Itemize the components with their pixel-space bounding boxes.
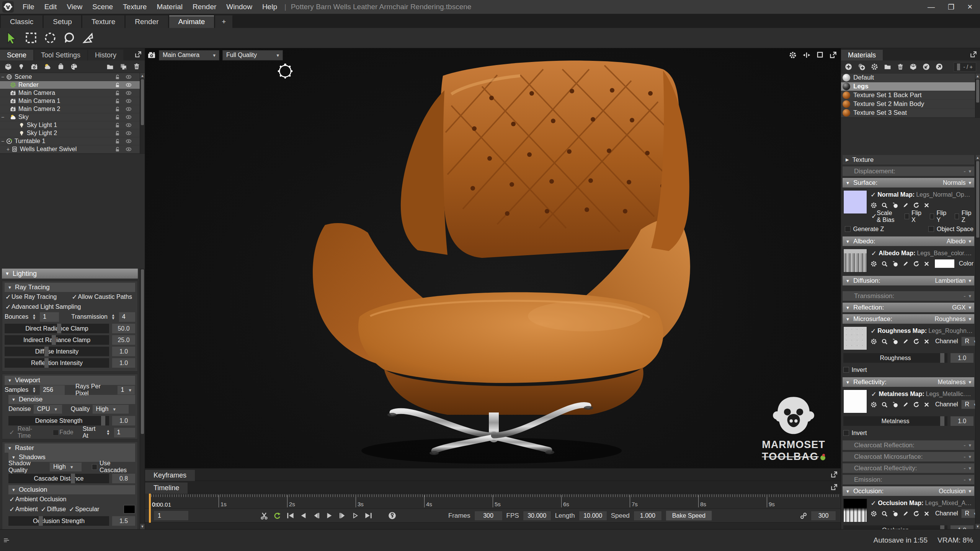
tab-history[interactable]: History xyxy=(88,50,123,60)
reflection-intensity-slider[interactable]: Reflection Intensity 1.0 xyxy=(5,358,135,368)
metalness-map-checkbox[interactable] xyxy=(871,390,877,398)
lock-icon[interactable] xyxy=(114,106,120,112)
scene-tree-scrollbar[interactable]: ▲ xyxy=(140,73,145,153)
shadow-quality-dropdown[interactable]: High xyxy=(49,462,82,472)
occlusion-color-swatch[interactable] xyxy=(124,505,135,514)
map-edit-icon[interactable] xyxy=(903,261,909,267)
denoise-strength-value[interactable]: 1.0 xyxy=(112,416,135,425)
menu-render[interactable]: Render xyxy=(188,0,221,14)
map-reload-icon[interactable] xyxy=(913,401,920,408)
tab-render[interactable]: Render xyxy=(126,15,168,28)
map-reload-icon[interactable] xyxy=(913,202,920,209)
add-material-icon[interactable] xyxy=(70,63,78,70)
lock-icon[interactable] xyxy=(114,139,120,144)
scale-bias-checkbox[interactable]: Scale & Bias xyxy=(871,210,898,223)
assign-material-button[interactable] xyxy=(910,63,917,70)
real-time-checkbox[interactable]: Real-Time xyxy=(8,425,45,439)
tab-animate[interactable]: Animate xyxy=(169,15,214,28)
map-clear-icon[interactable] xyxy=(924,339,929,344)
trim-scissors-icon[interactable] xyxy=(258,510,271,521)
denoise-mode-dropdown[interactable]: CPU xyxy=(33,404,62,414)
menu-material[interactable]: Material xyxy=(152,0,188,14)
visibility-icon[interactable] xyxy=(126,138,132,144)
flip-x-checkbox[interactable]: Flip X xyxy=(905,210,923,223)
status-grid-icon[interactable] xyxy=(0,537,10,544)
ray-tracing-header[interactable]: Ray Tracing xyxy=(5,283,135,292)
material-folder-button[interactable] xyxy=(884,63,891,70)
diffuse-intensity-value[interactable]: 1.0 xyxy=(112,347,135,356)
samples-field[interactable]: 256 xyxy=(40,385,65,395)
tree-row-render[interactable]: Render xyxy=(0,81,145,89)
material-row-texture-set-2[interactable]: Texture Set 2 Main Body xyxy=(841,100,980,109)
tab-tool-settings[interactable]: Tool Settings xyxy=(34,50,87,60)
metalness-map-thumbnail[interactable] xyxy=(843,390,867,413)
tree-row-turntable-1[interactable]: − Turntable 1 xyxy=(0,137,145,145)
albedo-map-checkbox[interactable] xyxy=(871,249,877,258)
raster-header[interactable]: Raster xyxy=(5,443,135,453)
surface-mode-dropdown[interactable]: Normals xyxy=(943,179,971,186)
rays-per-pixel-dropdown[interactable]: 1 xyxy=(117,385,135,395)
material-row-legs[interactable]: Legs xyxy=(841,82,980,91)
map-clear-icon[interactable] xyxy=(924,261,929,267)
export-material-button[interactable] xyxy=(936,63,943,70)
play-outline-button[interactable] xyxy=(349,510,362,521)
emission-section-header[interactable]: Emission:- xyxy=(843,475,974,484)
map-clear-icon[interactable] xyxy=(924,202,929,208)
specular-checkbox[interactable]: Specular xyxy=(68,505,99,514)
polygon-select-tool-icon[interactable] xyxy=(80,29,97,47)
visibility-icon[interactable] xyxy=(126,122,132,128)
viewport-header[interactable]: Viewport xyxy=(5,376,135,385)
duplicate-material-button[interactable] xyxy=(858,63,865,70)
play-reverse-button[interactable] xyxy=(297,510,310,521)
direct-radiance-clamp-value[interactable]: 50.0 xyxy=(112,324,135,333)
albedo-color-swatch[interactable] xyxy=(934,259,955,268)
map-settings-gear-icon[interactable] xyxy=(871,510,877,517)
diffusion-mode-dropdown[interactable]: Lambertian xyxy=(935,277,971,284)
delete-icon[interactable] xyxy=(133,63,140,70)
ambient-occlusion-checkbox[interactable]: Ambient Occlusion xyxy=(8,496,66,504)
metalness-slider[interactable]: Metalness 1.0 xyxy=(843,416,973,426)
loop-frames-field[interactable]: 300 xyxy=(811,511,836,521)
add-workspace-tab-button[interactable]: + xyxy=(215,15,232,28)
map-settings-gear-icon[interactable] xyxy=(871,261,877,267)
start-at-field[interactable]: 1 xyxy=(114,428,136,437)
menu-file[interactable]: File xyxy=(18,0,39,14)
diffuse-intensity-slider[interactable]: Diffuse Intensity 1.0 xyxy=(5,347,135,356)
menu-view[interactable]: View xyxy=(62,0,87,14)
length-field[interactable]: 10.000 xyxy=(579,511,607,521)
denoise-strength-slider[interactable]: Denoise Strength 1.0 xyxy=(8,416,135,425)
occlusion-strength-slider[interactable]: Occlusion Strength 1.5 xyxy=(8,516,135,526)
minimize-button[interactable]: — xyxy=(928,3,935,11)
map-preview-sphere-icon[interactable] xyxy=(892,261,898,267)
advanced-light-sampling-checkbox[interactable]: Advanced Light Sampling xyxy=(5,303,81,311)
reflection-mode-dropdown[interactable]: GGX xyxy=(952,304,971,311)
map-reload-icon[interactable] xyxy=(913,338,920,345)
visibility-icon[interactable] xyxy=(126,114,132,120)
reflection-intensity-value[interactable]: 1.0 xyxy=(112,358,135,368)
map-search-icon[interactable] xyxy=(881,401,888,408)
add-light-icon[interactable] xyxy=(18,64,24,70)
reflection-section-header[interactable]: Reflection:GGX xyxy=(843,303,974,312)
loop-playback-icon[interactable] xyxy=(271,510,284,521)
reflectivity-section-header[interactable]: Reflectivity:Metalness xyxy=(843,377,974,387)
link-icon[interactable] xyxy=(800,512,807,519)
speed-field[interactable]: 1.000 xyxy=(634,511,662,521)
clearcoat-reflection-header[interactable]: Clearcoat Reflection:- xyxy=(843,440,974,450)
sky-light-gizmo[interactable] xyxy=(274,60,296,82)
menu-window[interactable]: Window xyxy=(221,0,257,14)
frames-field[interactable]: 300 xyxy=(474,511,503,521)
materials-list-scrollbar[interactable]: ▲ xyxy=(975,73,980,117)
map-edit-icon[interactable] xyxy=(903,338,909,344)
map-edit-icon[interactable] xyxy=(903,510,909,517)
add-keyframe-icon[interactable] xyxy=(385,510,399,521)
render-quality-dropdown[interactable]: Full Quality xyxy=(222,50,283,60)
reflectivity-mode-dropdown[interactable]: Metalness xyxy=(938,379,971,386)
diffusion-section-header[interactable]: Diffusion:Lambertian xyxy=(843,276,974,285)
metalness-value[interactable]: 1.0 xyxy=(951,416,973,426)
occlusion-strength-value[interactable]: 1.5 xyxy=(112,516,135,526)
lasso-tool-icon[interactable] xyxy=(60,29,78,47)
bounces-field[interactable]: 1 xyxy=(40,312,59,322)
denoise-quality-dropdown[interactable]: High xyxy=(92,404,129,414)
occlusion-mode-dropdown[interactable]: Occlusion xyxy=(939,488,971,495)
current-frame-field[interactable]: 1 xyxy=(154,510,189,521)
